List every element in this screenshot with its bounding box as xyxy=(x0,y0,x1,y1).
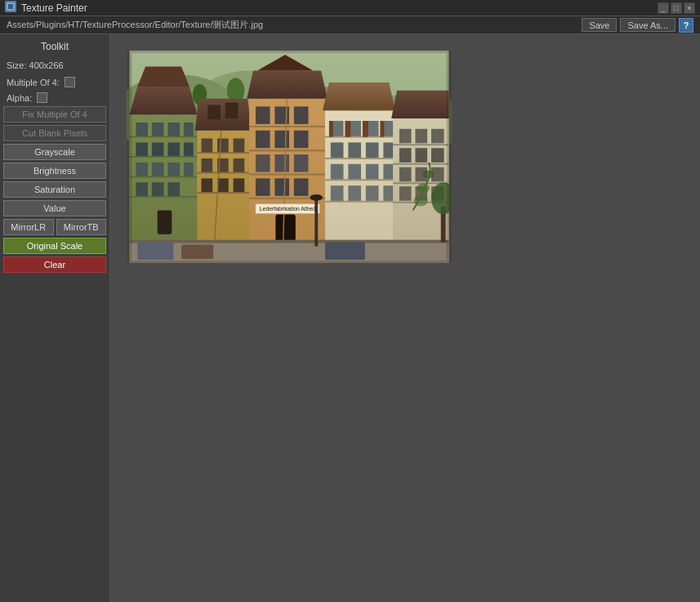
svg-rect-69 xyxy=(256,154,270,172)
svg-marker-22 xyxy=(137,67,189,87)
size-info: Size: 400x266 xyxy=(3,59,106,72)
svg-rect-105 xyxy=(329,121,333,137)
cut-blank-button[interactable]: Cut Blank Pixels xyxy=(3,125,106,141)
svg-rect-132 xyxy=(130,243,449,263)
svg-rect-97 xyxy=(331,185,344,202)
svg-rect-98 xyxy=(348,185,361,202)
file-path: Assets/Plugins/HT/TextureProcessor/Edito… xyxy=(7,19,263,31)
svg-rect-73 xyxy=(274,178,289,196)
minimize-button[interactable]: _ xyxy=(658,2,669,14)
window-controls: _ □ × xyxy=(658,2,695,14)
alpha-row: Alpha: xyxy=(3,91,106,105)
svg-rect-114 xyxy=(415,129,427,144)
svg-rect-48 xyxy=(217,139,229,154)
alpha-label: Alpha: xyxy=(7,93,32,103)
fix-multiple-button[interactable]: Fix Multiple Of 4 xyxy=(3,106,106,123)
svg-rect-95 xyxy=(366,164,379,181)
svg-rect-116 xyxy=(399,148,412,163)
svg-rect-53 xyxy=(201,178,212,193)
svg-rect-2 xyxy=(8,4,13,9)
toolkit-title: Toolkit xyxy=(3,38,106,56)
svg-rect-37 xyxy=(167,182,180,197)
svg-rect-29 xyxy=(167,142,180,157)
svg-rect-66 xyxy=(256,131,270,149)
texture-image-container: Lederfabrikation Alfred xyxy=(127,51,452,265)
svg-rect-134 xyxy=(137,243,173,261)
svg-rect-118 xyxy=(431,148,444,163)
svg-rect-135 xyxy=(181,245,213,260)
multiple-of-4-checkbox[interactable] xyxy=(65,77,75,87)
svg-rect-90 xyxy=(348,142,361,158)
svg-rect-33 xyxy=(167,163,180,177)
main-layout: Toolkit Size: 400x266 Multiple Of 4: Alp… xyxy=(0,34,700,602)
svg-rect-50 xyxy=(201,158,212,173)
svg-rect-117 xyxy=(415,148,427,163)
svg-rect-99 xyxy=(366,185,379,202)
mirror-row: MirrorLR MirrorTB xyxy=(3,219,106,235)
svg-rect-36 xyxy=(152,182,164,197)
svg-rect-26 xyxy=(184,123,194,137)
svg-rect-35 xyxy=(136,182,148,197)
svg-rect-122 xyxy=(399,186,412,201)
svg-rect-107 xyxy=(346,121,350,137)
svg-rect-91 xyxy=(366,142,379,158)
window-title: Texture Painter xyxy=(21,2,87,14)
svg-rect-25 xyxy=(167,123,180,137)
value-button[interactable]: Value xyxy=(3,200,106,216)
save-button[interactable]: Save xyxy=(582,18,617,32)
toolkit-panel: Toolkit Size: 400x266 Multiple Of 4: Alp… xyxy=(0,34,110,602)
svg-rect-34 xyxy=(184,163,194,177)
clear-button[interactable]: Clear xyxy=(3,256,106,273)
svg-rect-47 xyxy=(201,139,212,154)
svg-point-130 xyxy=(422,171,434,179)
app-icon xyxy=(5,1,16,15)
svg-rect-32 xyxy=(152,163,164,177)
svg-rect-70 xyxy=(274,154,289,172)
original-scale-button[interactable]: Original Scale xyxy=(3,238,106,254)
texture-preview: Lederfabrikation Alfred xyxy=(127,51,452,263)
path-bar: Assets/Plugins/HT/TextureProcessor/Edito… xyxy=(0,16,700,34)
svg-rect-110 xyxy=(380,121,384,137)
svg-rect-133 xyxy=(130,240,449,243)
svg-rect-74 xyxy=(294,178,309,196)
svg-rect-137 xyxy=(314,198,318,247)
svg-rect-30 xyxy=(184,142,194,157)
svg-rect-38 xyxy=(158,210,172,234)
svg-point-129 xyxy=(417,183,430,193)
svg-rect-119 xyxy=(399,167,412,182)
saturation-button[interactable]: Saturation xyxy=(3,181,106,198)
alpha-checkbox[interactable] xyxy=(37,92,47,103)
close-button[interactable]: × xyxy=(684,2,695,14)
svg-rect-115 xyxy=(431,129,444,144)
svg-rect-71 xyxy=(294,154,309,172)
multiple-of-4-row: Multiple Of 4: xyxy=(3,75,106,89)
save-as-button[interactable]: Save As... xyxy=(620,18,675,32)
maximize-button[interactable]: □ xyxy=(671,2,682,14)
multiple-of-4-label: Multiple Of 4: xyxy=(7,78,60,87)
brightness-button[interactable]: Brightness xyxy=(3,163,106,179)
grayscale-button[interactable]: Grayscale xyxy=(3,144,106,160)
svg-rect-45 xyxy=(207,105,221,119)
svg-rect-113 xyxy=(399,129,412,144)
svg-rect-89 xyxy=(331,142,344,158)
title-bar: Texture Painter _ □ × xyxy=(0,0,700,16)
svg-marker-44 xyxy=(195,99,252,131)
svg-rect-109 xyxy=(364,121,368,137)
svg-text:Lederfabrikation Alfred: Lederfabrikation Alfred xyxy=(260,206,316,212)
svg-rect-23 xyxy=(136,123,148,137)
svg-point-131 xyxy=(413,195,428,207)
svg-rect-63 xyxy=(256,106,270,124)
svg-rect-93 xyxy=(331,164,344,181)
svg-rect-49 xyxy=(234,139,245,154)
help-button[interactable]: ? xyxy=(679,18,693,33)
svg-rect-67 xyxy=(274,131,289,149)
mirror-tb-button[interactable]: MirrorTB xyxy=(56,219,107,235)
mirror-lr-button[interactable]: MirrorLR xyxy=(3,219,54,235)
svg-rect-24 xyxy=(152,123,164,137)
svg-marker-61 xyxy=(247,70,328,98)
svg-rect-72 xyxy=(256,178,270,196)
svg-rect-94 xyxy=(348,164,361,181)
svg-marker-112 xyxy=(391,91,448,118)
svg-rect-46 xyxy=(225,103,239,119)
svg-marker-21 xyxy=(130,87,198,114)
